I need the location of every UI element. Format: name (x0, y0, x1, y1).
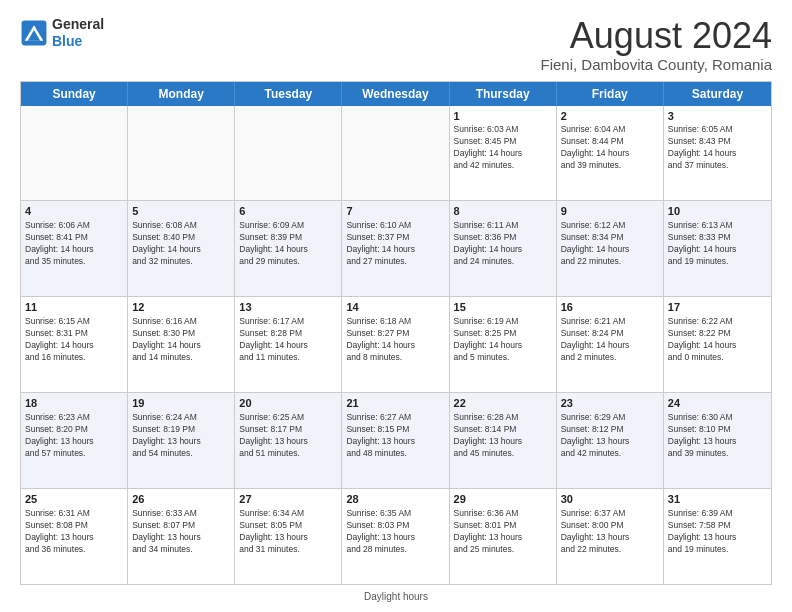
calendar-cell: 10Sunrise: 6:13 AM Sunset: 8:33 PM Dayli… (664, 201, 771, 296)
header-day-saturday: Saturday (664, 82, 771, 106)
day-detail: Sunrise: 6:33 AM Sunset: 8:07 PM Dayligh… (132, 508, 230, 556)
header-day-wednesday: Wednesday (342, 82, 449, 106)
day-number: 5 (132, 204, 230, 219)
calendar-cell: 28Sunrise: 6:35 AM Sunset: 8:03 PM Dayli… (342, 489, 449, 584)
logo-text: General Blue (52, 16, 104, 50)
day-number: 24 (668, 396, 767, 411)
calendar-cell: 15Sunrise: 6:19 AM Sunset: 8:25 PM Dayli… (450, 297, 557, 392)
footer-text: Daylight hours (364, 591, 428, 602)
month-year: August 2024 (541, 16, 773, 56)
day-number: 25 (25, 492, 123, 507)
day-detail: Sunrise: 6:25 AM Sunset: 8:17 PM Dayligh… (239, 412, 337, 460)
calendar-cell: 31Sunrise: 6:39 AM Sunset: 7:58 PM Dayli… (664, 489, 771, 584)
day-detail: Sunrise: 6:29 AM Sunset: 8:12 PM Dayligh… (561, 412, 659, 460)
day-detail: Sunrise: 6:31 AM Sunset: 8:08 PM Dayligh… (25, 508, 123, 556)
day-number: 6 (239, 204, 337, 219)
footer: Daylight hours (20, 591, 772, 602)
day-detail: Sunrise: 6:34 AM Sunset: 8:05 PM Dayligh… (239, 508, 337, 556)
day-detail: Sunrise: 6:22 AM Sunset: 8:22 PM Dayligh… (668, 316, 767, 364)
calendar-cell: 6Sunrise: 6:09 AM Sunset: 8:39 PM Daylig… (235, 201, 342, 296)
calendar-cell (128, 106, 235, 201)
day-detail: Sunrise: 6:39 AM Sunset: 7:58 PM Dayligh… (668, 508, 767, 556)
day-detail: Sunrise: 6:12 AM Sunset: 8:34 PM Dayligh… (561, 220, 659, 268)
calendar-cell: 9Sunrise: 6:12 AM Sunset: 8:34 PM Daylig… (557, 201, 664, 296)
calendar-cell: 5Sunrise: 6:08 AM Sunset: 8:40 PM Daylig… (128, 201, 235, 296)
day-detail: Sunrise: 6:15 AM Sunset: 8:31 PM Dayligh… (25, 316, 123, 364)
calendar-row-2: 11Sunrise: 6:15 AM Sunset: 8:31 PM Dayli… (21, 296, 771, 392)
calendar-cell: 18Sunrise: 6:23 AM Sunset: 8:20 PM Dayli… (21, 393, 128, 488)
calendar: SundayMondayTuesdayWednesdayThursdayFrid… (20, 81, 772, 585)
calendar-cell: 1Sunrise: 6:03 AM Sunset: 8:45 PM Daylig… (450, 106, 557, 201)
location: Fieni, Dambovita County, Romania (541, 56, 773, 73)
day-number: 21 (346, 396, 444, 411)
day-detail: Sunrise: 6:08 AM Sunset: 8:40 PM Dayligh… (132, 220, 230, 268)
calendar-cell: 26Sunrise: 6:33 AM Sunset: 8:07 PM Dayli… (128, 489, 235, 584)
day-number: 30 (561, 492, 659, 507)
header-day-sunday: Sunday (21, 82, 128, 106)
calendar-cell: 23Sunrise: 6:29 AM Sunset: 8:12 PM Dayli… (557, 393, 664, 488)
day-number: 12 (132, 300, 230, 315)
calendar-cell: 24Sunrise: 6:30 AM Sunset: 8:10 PM Dayli… (664, 393, 771, 488)
day-detail: Sunrise: 6:36 AM Sunset: 8:01 PM Dayligh… (454, 508, 552, 556)
day-detail: Sunrise: 6:30 AM Sunset: 8:10 PM Dayligh… (668, 412, 767, 460)
day-number: 23 (561, 396, 659, 411)
calendar-cell: 3Sunrise: 6:05 AM Sunset: 8:43 PM Daylig… (664, 106, 771, 201)
calendar-cell: 7Sunrise: 6:10 AM Sunset: 8:37 PM Daylig… (342, 201, 449, 296)
day-number: 31 (668, 492, 767, 507)
calendar-cell: 27Sunrise: 6:34 AM Sunset: 8:05 PM Dayli… (235, 489, 342, 584)
day-detail: Sunrise: 6:27 AM Sunset: 8:15 PM Dayligh… (346, 412, 444, 460)
day-number: 10 (668, 204, 767, 219)
logo: General Blue (20, 16, 104, 50)
calendar-cell: 2Sunrise: 6:04 AM Sunset: 8:44 PM Daylig… (557, 106, 664, 201)
calendar-cell: 29Sunrise: 6:36 AM Sunset: 8:01 PM Dayli… (450, 489, 557, 584)
header-day-friday: Friday (557, 82, 664, 106)
calendar-row-3: 18Sunrise: 6:23 AM Sunset: 8:20 PM Dayli… (21, 392, 771, 488)
day-number: 13 (239, 300, 337, 315)
day-number: 14 (346, 300, 444, 315)
logo-general: General (52, 16, 104, 32)
day-number: 15 (454, 300, 552, 315)
calendar-cell (235, 106, 342, 201)
day-detail: Sunrise: 6:21 AM Sunset: 8:24 PM Dayligh… (561, 316, 659, 364)
header-day-thursday: Thursday (450, 82, 557, 106)
calendar-cell: 14Sunrise: 6:18 AM Sunset: 8:27 PM Dayli… (342, 297, 449, 392)
calendar-cell: 30Sunrise: 6:37 AM Sunset: 8:00 PM Dayli… (557, 489, 664, 584)
day-number: 1 (454, 109, 552, 124)
day-detail: Sunrise: 6:03 AM Sunset: 8:45 PM Dayligh… (454, 124, 552, 172)
day-detail: Sunrise: 6:06 AM Sunset: 8:41 PM Dayligh… (25, 220, 123, 268)
calendar-cell: 16Sunrise: 6:21 AM Sunset: 8:24 PM Dayli… (557, 297, 664, 392)
calendar-cell: 4Sunrise: 6:06 AM Sunset: 8:41 PM Daylig… (21, 201, 128, 296)
day-number: 3 (668, 109, 767, 124)
day-number: 29 (454, 492, 552, 507)
day-detail: Sunrise: 6:28 AM Sunset: 8:14 PM Dayligh… (454, 412, 552, 460)
day-number: 11 (25, 300, 123, 315)
page: General Blue August 2024 Fieni, Dambovit… (0, 0, 792, 612)
calendar-cell: 19Sunrise: 6:24 AM Sunset: 8:19 PM Dayli… (128, 393, 235, 488)
header-day-monday: Monday (128, 82, 235, 106)
title-section: August 2024 Fieni, Dambovita County, Rom… (541, 16, 773, 73)
day-number: 22 (454, 396, 552, 411)
day-number: 26 (132, 492, 230, 507)
day-number: 2 (561, 109, 659, 124)
day-detail: Sunrise: 6:11 AM Sunset: 8:36 PM Dayligh… (454, 220, 552, 268)
day-detail: Sunrise: 6:35 AM Sunset: 8:03 PM Dayligh… (346, 508, 444, 556)
logo-blue: Blue (52, 33, 82, 49)
day-number: 17 (668, 300, 767, 315)
calendar-cell: 20Sunrise: 6:25 AM Sunset: 8:17 PM Dayli… (235, 393, 342, 488)
calendar-cell: 11Sunrise: 6:15 AM Sunset: 8:31 PM Dayli… (21, 297, 128, 392)
day-detail: Sunrise: 6:10 AM Sunset: 8:37 PM Dayligh… (346, 220, 444, 268)
calendar-cell (21, 106, 128, 201)
day-number: 18 (25, 396, 123, 411)
calendar-cell: 25Sunrise: 6:31 AM Sunset: 8:08 PM Dayli… (21, 489, 128, 584)
calendar-header: SundayMondayTuesdayWednesdayThursdayFrid… (21, 82, 771, 106)
calendar-cell: 12Sunrise: 6:16 AM Sunset: 8:30 PM Dayli… (128, 297, 235, 392)
day-detail: Sunrise: 6:16 AM Sunset: 8:30 PM Dayligh… (132, 316, 230, 364)
day-number: 19 (132, 396, 230, 411)
day-detail: Sunrise: 6:19 AM Sunset: 8:25 PM Dayligh… (454, 316, 552, 364)
day-number: 4 (25, 204, 123, 219)
day-detail: Sunrise: 6:17 AM Sunset: 8:28 PM Dayligh… (239, 316, 337, 364)
day-number: 9 (561, 204, 659, 219)
day-number: 7 (346, 204, 444, 219)
day-detail: Sunrise: 6:09 AM Sunset: 8:39 PM Dayligh… (239, 220, 337, 268)
calendar-cell: 21Sunrise: 6:27 AM Sunset: 8:15 PM Dayli… (342, 393, 449, 488)
